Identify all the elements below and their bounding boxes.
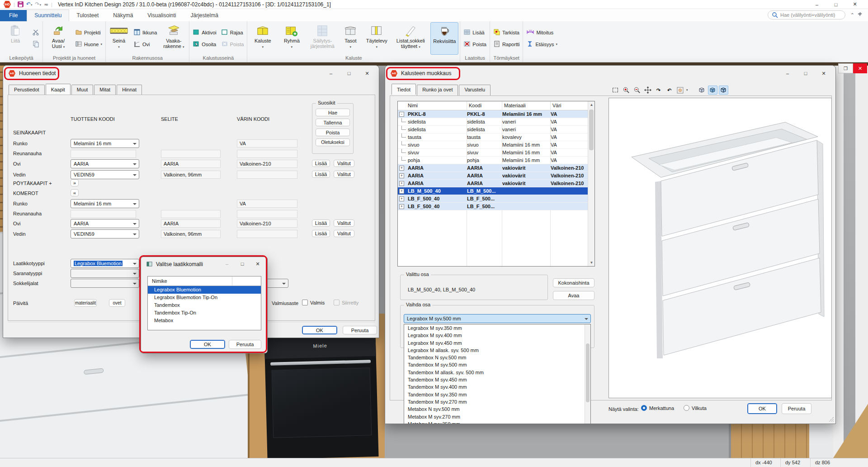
- taytelevy-button[interactable]: Täytelevy▾: [363, 22, 391, 55]
- mdi-restore-button[interactable]: ❐: [838, 63, 853, 73]
- ovi-color-field[interactable]: Valkoinen-210: [237, 160, 297, 168]
- tab-mitat[interactable]: Mitat: [94, 85, 116, 95]
- table-row[interactable]: + AARIA AARIA vakiovärit Valkoinen-210: [398, 180, 588, 187]
- cut-button[interactable]: [30, 28, 41, 38]
- mdi-close-button[interactable]: ✕: [853, 63, 867, 73]
- projekti-button[interactable]: Projekti: [73, 28, 104, 38]
- ovi-desc-field[interactable]: AARIA: [161, 160, 221, 168]
- osoita-button[interactable]: Osoita: [191, 39, 218, 49]
- combo-option[interactable]: Tandembox M syv.500 mm: [404, 361, 590, 368]
- chevron-up-icon[interactable]: ⌃: [850, 12, 854, 18]
- ok-button[interactable]: OK: [747, 403, 777, 414]
- tab-file[interactable]: File: [0, 10, 27, 21]
- raportti-button[interactable]: Raportti: [491, 39, 522, 49]
- list-item[interactable]: Metabox: [148, 317, 261, 324]
- tab-tiedot[interactable]: Tiedot: [392, 84, 416, 95]
- table-row[interactable]: + AARIA AARIA vakiovärit Valkoinen-210: [398, 172, 588, 180]
- table-row[interactable]: tausta tausta kovalevy VA: [398, 133, 588, 141]
- reunanauha2-color-field[interactable]: [237, 210, 297, 218]
- avaa-button[interactable]: Avaa: [553, 291, 594, 300]
- scroll-up-icon[interactable]: ▲: [588, 101, 595, 108]
- valitut-button[interactable]: Valitut: [334, 171, 354, 178]
- poista-button[interactable]: Poista: [316, 129, 350, 136]
- cancel-button[interactable]: Peruuta: [229, 340, 261, 349]
- collapse-section-button[interactable]: «: [71, 189, 79, 196]
- aktivoi-button[interactable]: Aktivoi: [191, 28, 218, 38]
- ok-button[interactable]: OK: [190, 340, 225, 349]
- seina-button[interactable]: Seinä▾: [107, 22, 131, 55]
- mitoitus-button[interactable]: 10 Mitoitus: [524, 28, 559, 38]
- zoom-in-icon[interactable]: [621, 86, 631, 95]
- vedin2-color-field[interactable]: [237, 230, 297, 238]
- rotate-ccw-icon[interactable]: ↶: [665, 86, 674, 95]
- minimize-button[interactable]: –: [778, 67, 797, 79]
- vedin-color-field[interactable]: [237, 171, 297, 179]
- valitut-button[interactable]: Valitut: [334, 219, 354, 227]
- tab-visualisointi[interactable]: Visualisointi: [140, 10, 183, 21]
- close-button[interactable]: ✕: [250, 258, 265, 269]
- maximize-button[interactable]: □: [340, 67, 358, 79]
- copy-button[interactable]: [30, 39, 41, 49]
- poista-laatoitus-button[interactable]: Poista: [462, 39, 488, 49]
- table-row[interactable]: sivuv sivuv Melamiini 16 mm VA: [398, 149, 588, 157]
- kokonaishinta-button[interactable]: Kokonaishinta: [553, 278, 594, 287]
- tab-suunnittelu[interactable]: Suunnittelu: [27, 10, 69, 21]
- ovi2-color-field[interactable]: Valkoinen-210: [237, 219, 297, 228]
- close-button[interactable]: ✕: [358, 67, 376, 79]
- resize-grip[interactable]: [829, 417, 834, 422]
- dropdown-arrow[interactable]: ▾: [686, 88, 688, 92]
- tab-perustiedot[interactable]: Perustiedot: [9, 85, 45, 95]
- combo-option[interactable]: Tandembox M syv.350 mm: [404, 391, 590, 398]
- combo-option[interactable]: Tandembox M allask. syv. 500 mm: [404, 369, 590, 376]
- table-row[interactable]: + LB_F_500_40 LB_F_500...: [398, 203, 588, 210]
- expand-toggle[interactable]: +: [399, 196, 404, 201]
- reunanauha-color-field[interactable]: [237, 150, 297, 158]
- runko-color-field[interactable]: VA: [237, 139, 297, 148]
- combo-option[interactable]: Legrabox M syv.350 mm: [404, 324, 590, 332]
- kaluste-button[interactable]: Kaluste▾: [249, 22, 277, 55]
- minimize-button[interactable]: –: [807, 0, 826, 9]
- search-input[interactable]: Hae (välilyönti+välilyönti): [768, 10, 845, 19]
- expand-toggle[interactable]: +: [399, 181, 404, 186]
- valmis-checkbox[interactable]: Valmis: [302, 300, 325, 305]
- save-icon[interactable]: [18, 1, 24, 7]
- table-row[interactable]: + LB_M_500_40 LB_M_500...: [398, 187, 588, 195]
- runko2-color-field[interactable]: VA: [237, 200, 297, 208]
- list-item[interactable]: Tandembox Tip-On: [148, 309, 261, 317]
- maximize-button[interactable]: □: [826, 0, 845, 9]
- siirretty-checkbox[interactable]: Siirretty: [334, 300, 359, 305]
- reunanauha2-field[interactable]: [71, 210, 136, 218]
- app-titlebar[interactable]: InD | ↶▾ ↷▾ ≂ | Vertex InD Kitchen Desig…: [0, 0, 868, 9]
- merkattuna-radio[interactable]: Merkattuna: [641, 405, 674, 411]
- vedin2-combo[interactable]: VEDIN59: [71, 229, 139, 238]
- view-mode-icon[interactable]: [697, 86, 707, 95]
- materiaalit-button[interactable]: materiaalit: [74, 299, 97, 307]
- runko-combo[interactable]: Melamiini 16 mm: [71, 139, 139, 148]
- maximize-button[interactable]: □: [797, 67, 815, 79]
- furniture-dialog-titlebar[interactable]: InD Kalusteen muokkaus: [385, 66, 835, 81]
- oletukseksi-button[interactable]: Oletukseksi: [316, 138, 350, 146]
- table-row[interactable]: + AARIA AARIA vakiovärit Valkoinen-210: [398, 164, 588, 172]
- expand-toggle[interactable]: -: [399, 112, 404, 117]
- ovi-combo[interactable]: AARIA: [71, 159, 139, 168]
- table-row[interactable]: sidelista sidelista vaneri VA: [398, 126, 588, 133]
- pan-icon[interactable]: [643, 86, 652, 95]
- combo-option[interactable]: Tandembox N syv.500 mm: [404, 354, 590, 361]
- combo-option[interactable]: Legrabox M syv.400 mm: [404, 332, 590, 339]
- minimize-button[interactable]: –: [322, 67, 340, 79]
- lisaa-button[interactable]: Lisää: [462, 28, 488, 38]
- cancel-button[interactable]: Peruuta: [782, 403, 811, 414]
- expand-toggle[interactable]: +: [399, 189, 404, 194]
- tab-hinnat[interactable]: Hinnat: [117, 85, 142, 95]
- sailytysjarjestelma-button[interactable]: Säilytys-järjestelmä: [307, 22, 338, 55]
- table-row[interactable]: sivuo sivuo Melamiini 16 mm VA: [398, 141, 588, 149]
- expand-toggle[interactable]: +: [399, 173, 404, 178]
- minimize-button[interactable]: –: [219, 258, 235, 269]
- expand-section-button[interactable]: »: [71, 179, 79, 186]
- furniture-preview-3d[interactable]: [609, 98, 832, 398]
- ovi2-combo[interactable]: AARIA: [71, 219, 139, 228]
- lisaa-button[interactable]: Lisää: [312, 171, 330, 178]
- lisaa-button[interactable]: Lisää: [312, 160, 330, 167]
- tasot-button[interactable]: Tasot▾: [339, 22, 362, 55]
- expand-toggle[interactable]: +: [399, 204, 404, 209]
